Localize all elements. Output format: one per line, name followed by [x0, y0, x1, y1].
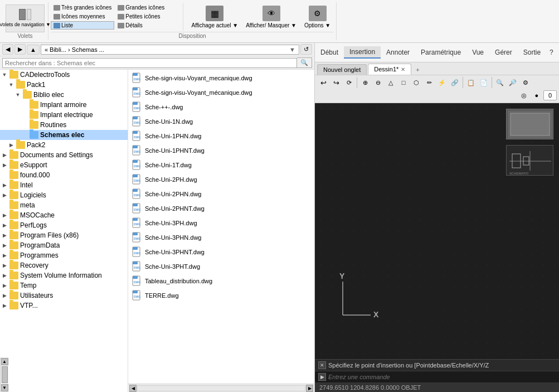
redo-btn[interactable]: ↪ — [330, 76, 342, 89]
tres-grandes-icones-btn[interactable]: Très grandes icônes — [51, 3, 114, 12]
cad-menu-insertion[interactable]: Insertion — [344, 46, 381, 59]
tree-label: Programmes — [20, 251, 59, 259]
cad-tab-nouvel-onglet[interactable]: Nouvel onglet — [317, 64, 367, 75]
file-item-1[interactable]: DWG Sche-sign-visu-Voyant_mecanique.dwg — [128, 71, 314, 85]
file-item-13[interactable]: DWG Sche-Uni-3PHNT.dwg — [128, 245, 314, 259]
tool8[interactable]: ⬡ — [410, 76, 422, 89]
liste-btn[interactable]: Liste — [51, 21, 114, 30]
cad-menu-sortie[interactable]: Sortie — [518, 47, 546, 58]
tree-item-programmes[interactable]: ▶ Programmes — [0, 250, 128, 260]
forward-btn[interactable]: ▶ — [14, 44, 26, 55]
afficher-masquer-btn[interactable]: 👁 Afficher/ Masquer ▼ — [242, 3, 300, 31]
cad-menu-vue[interactable]: Vue — [466, 47, 489, 58]
tool3[interactable]: ⟳ — [343, 76, 355, 89]
file-item-16[interactable]: DWG TERRE.dwg — [128, 288, 314, 303]
tree-item-system-volume[interactable]: ▶ System Volume Information — [0, 270, 128, 280]
tool11[interactable]: 🔗 — [449, 76, 461, 89]
tree-item-meta[interactable]: meta — [0, 200, 128, 210]
cad-menu-gerer[interactable]: Gérer — [489, 47, 518, 58]
tree-item-implant-electrique[interactable]: Implant electrique — [0, 110, 128, 120]
icones-moyennes-btn[interactable]: Icônes moyennes — [51, 12, 114, 21]
toggle-btn[interactable]: 0 — [543, 90, 557, 100]
tool13[interactable]: 📄 — [478, 76, 490, 89]
tree-item-pack1[interactable]: ▼ Pack1 — [0, 80, 128, 90]
tree-item-found000[interactable]: found.000 — [0, 170, 128, 180]
tree-item-implant-armoire[interactable]: Implant armoire — [0, 100, 128, 110]
cad-menu-debut[interactable]: Début — [315, 47, 344, 58]
properties-btn[interactable]: ● — [531, 89, 543, 101]
tree-item-programdata[interactable]: ▶ ProgramData — [0, 240, 128, 250]
tree-item-utilisateurs[interactable]: ▶ Utilisateurs — [0, 291, 128, 301]
tool6[interactable]: △ — [385, 76, 397, 89]
affichage-actuel-btn[interactable]: ▦ Affichage actuel ▼ — [188, 3, 241, 31]
tree-item-vtp[interactable]: ▶ VTP... — [0, 301, 128, 311]
tool5[interactable]: ⊖ — [372, 76, 384, 89]
tree-item-perflogs[interactable]: ▶ PerfLogs — [0, 220, 128, 230]
tree-item-biblio-elec[interactable]: ▼ Biblio elec — [0, 90, 128, 100]
breadcrumb[interactable]: « Bibli... › Schemas ... ▼ — [41, 45, 299, 55]
tree-item-program-files[interactable]: ▶ Program Files (x86) — [0, 230, 128, 240]
file-list-hscroll[interactable]: ◀ ▶ — [128, 384, 314, 392]
tree-item-esupport[interactable]: ▶ eSupport — [0, 160, 128, 170]
status-expand-btn[interactable]: ✕ — [318, 361, 326, 369]
tool15[interactable]: 🔎 — [507, 76, 519, 89]
cad-canvas[interactable]: X Y — [315, 103, 559, 359]
tree-item-recovery[interactable]: ▶ Recovery — [0, 260, 128, 270]
file-item-7[interactable]: DWG Sche-Uni-1T.dwg — [128, 158, 314, 172]
tree-item-cadelectrotools[interactable]: ▼ CADelectroTools — [0, 70, 128, 80]
command-history-btn[interactable]: ▶ — [318, 373, 326, 381]
refresh-btn[interactable]: ↺ — [300, 44, 312, 55]
close-tab-icon[interactable]: ✕ — [401, 66, 405, 72]
tree-item-routines[interactable]: Routines — [0, 120, 128, 130]
up-btn[interactable]: ▲ — [27, 45, 40, 55]
tree-item-msocache[interactable]: ▶ MSOCache — [0, 210, 128, 220]
cad-tab-dessin1[interactable]: Dessin1* ✕ — [368, 64, 411, 75]
file-item-6[interactable]: DWG Sche-Uni-1PHNT.dwg — [128, 143, 314, 158]
layer-btn[interactable]: ◎ — [518, 89, 530, 101]
details-btn[interactable]: Détails — [115, 21, 178, 30]
file-item-11[interactable]: DWG Sche-Uni-3PH.dwg — [128, 216, 314, 230]
undo-btn[interactable]: ↩ — [317, 76, 329, 89]
cad-menu-more[interactable]: ? — [546, 47, 557, 58]
file-item-2[interactable]: DWG Sche-sign-visu-Voyant_mécanique.dwg — [128, 85, 314, 100]
command-input[interactable] — [328, 374, 556, 380]
tree-item-intel[interactable]: ▶ Intel — [0, 180, 128, 190]
cad-menu-parametrique[interactable]: Paramétrique — [415, 47, 466, 58]
file-item-10[interactable]: DWG Sche-Uni-2PHNT.dwg — [128, 201, 314, 216]
petites-icones-btn[interactable]: Petites icônes — [115, 12, 178, 21]
file-item-5[interactable]: DWG Sche-Uni-1PHN.dwg — [128, 129, 314, 143]
tool10[interactable]: ⚡ — [436, 76, 448, 89]
tool12[interactable]: 📋 — [465, 76, 477, 89]
file-item-12[interactable]: DWG Sche-Uni-3PHN.dwg — [128, 230, 314, 245]
svg-rect-25 — [133, 189, 138, 192]
file-item-9[interactable]: DWG Sche-Uni-2PHN.dwg — [128, 187, 314, 201]
tool16[interactable]: ⚙ — [519, 76, 532, 89]
cad-app-title: CADelectroTools Elec — [557, 43, 559, 62]
tree-item-temp[interactable]: ▶ Temp — [0, 280, 128, 291]
tool9[interactable]: ✏ — [423, 76, 435, 89]
file-item-4[interactable]: DWG Sche-Uni-1N.dwg — [128, 114, 314, 129]
search-input[interactable] — [2, 58, 297, 68]
hscroll-right-arrow[interactable]: ▶ — [306, 385, 313, 392]
cad-menu-annoter[interactable]: Annoter — [381, 47, 415, 58]
file-item-14[interactable]: DWG Sche-Uni-3PHT.dwg — [128, 259, 314, 274]
hscroll-left-arrow[interactable]: ◀ — [129, 385, 137, 392]
volets-navigation-button[interactable]: Volets de navigation ▼ — [6, 4, 45, 32]
new-tab-button[interactable]: + — [412, 65, 422, 75]
file-item-3[interactable]: DWG Sche-++-.dwg — [128, 100, 314, 114]
back-btn[interactable]: ◀ — [2, 44, 13, 55]
tree-item-pack2[interactable]: ▶ Pack2 — [0, 140, 128, 150]
tree-item-documents-settings[interactable]: ▶ Documents and Settings — [0, 150, 128, 160]
file-item-8[interactable]: DWG Sche-Uni-2PH.dwg — [128, 172, 314, 187]
options-btn[interactable]: ⚙ Options ▼ — [301, 3, 334, 31]
tree-item-schemas-elec[interactable]: Schemas elec — [0, 130, 128, 140]
tree-item-logiciels[interactable]: ▶ Logiciels — [0, 190, 128, 200]
grandes-icones-btn[interactable]: Grandes icônes — [115, 3, 178, 12]
file-item-15[interactable]: DWG Tableau_distribution.dwg — [128, 274, 314, 288]
tree-scrollbar[interactable]: ▲ ▼ — [0, 357, 8, 392]
search-button[interactable]: 🔍 — [297, 57, 312, 68]
tool14[interactable]: 🔍 — [494, 76, 506, 89]
tool4[interactable]: ⊕ — [359, 76, 371, 89]
tool7[interactable]: □ — [397, 76, 410, 89]
svg-text:DWG: DWG — [134, 251, 140, 255]
